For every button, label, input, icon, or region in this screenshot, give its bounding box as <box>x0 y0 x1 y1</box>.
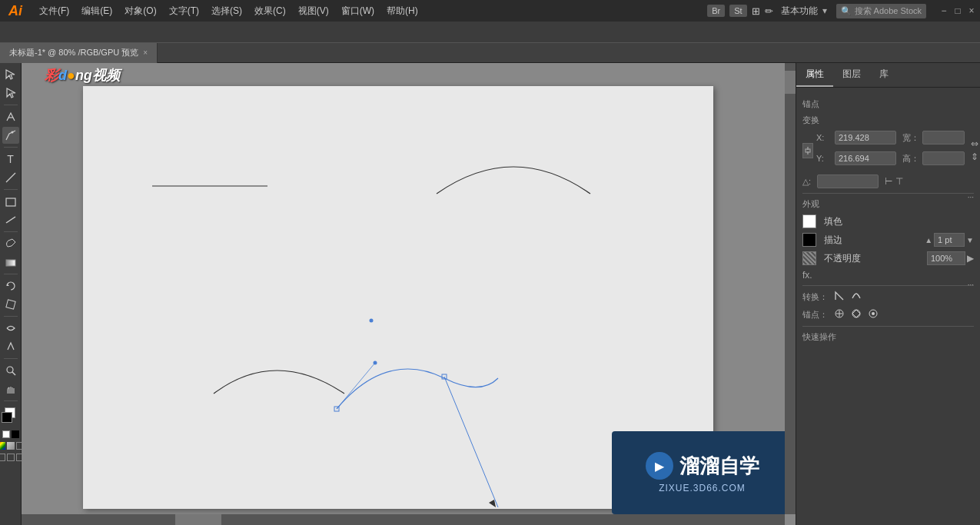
svg-marker-1 <box>7 88 15 98</box>
stroke-up-btn[interactable]: ▲ <box>925 236 932 244</box>
color-mode-btn[interactable] <box>0 442 5 450</box>
panel-tabs: 属性 图层 库 <box>796 63 980 88</box>
stroke-swatch[interactable] <box>2 412 12 423</box>
stroke-down-btn[interactable]: ▼ <box>966 236 974 244</box>
pen-tool[interactable] <box>2 108 19 125</box>
brand-text: 溜溜自学 <box>679 453 759 480</box>
menu-view[interactable]: 视图(V) <box>293 2 334 20</box>
remove-anchor-btn[interactable] <box>851 308 862 321</box>
paint-bucket-tool[interactable] <box>2 235 19 252</box>
mini-stroke[interactable] <box>12 430 19 438</box>
mini-fill[interactable] <box>2 430 10 438</box>
svg-line-23 <box>337 363 375 409</box>
color-swatches <box>2 407 20 426</box>
document-tab[interactable]: 未标题-1* @ 80% /RGB/GPU 预览 × <box>0 43 158 63</box>
svg-point-10 <box>7 367 13 373</box>
grid-icon: ⊞ <box>752 5 760 17</box>
pen-draw-tool[interactable] <box>2 127 19 144</box>
line-segment-tool[interactable] <box>2 211 19 228</box>
bridge-button[interactable]: Br <box>707 5 725 17</box>
menu-effect[interactable]: 效果(C) <box>249 2 291 20</box>
more-transform-btn[interactable]: ··· <box>968 193 974 201</box>
search-placeholder[interactable]: 搜索 Adobe Stock <box>855 5 922 17</box>
menu-file[interactable]: 文件(F) <box>34 2 75 20</box>
convert-corner-btn[interactable] <box>834 291 845 304</box>
menu-window[interactable]: 窗口(W) <box>336 2 380 20</box>
menu-select[interactable]: 选择(S) <box>206 2 247 20</box>
show-anchor-btn[interactable] <box>868 308 879 321</box>
warp-tool[interactable] <box>2 320 19 337</box>
stroke-weight-input[interactable] <box>934 233 965 247</box>
h-scrollbar-thumb[interactable] <box>175 514 221 525</box>
add-anchor-btn[interactable] <box>834 308 845 321</box>
opacity-label: 不透明度 <box>824 252 861 265</box>
tab-properties[interactable]: 属性 <box>796 63 833 87</box>
xy-row: X: 宽： Y: 高： ⇔ ⇕ <box>802 131 974 170</box>
puppet-warp-tool[interactable] <box>2 338 19 355</box>
svg-line-24 <box>444 377 498 507</box>
x-input[interactable] <box>835 131 896 145</box>
y-input[interactable] <box>835 151 896 165</box>
search-icon: 🔍 <box>841 6 852 16</box>
y-label: Y: <box>816 154 832 163</box>
restore-button[interactable]: □ <box>952 5 963 16</box>
stock-button[interactable]: St <box>729 5 746 17</box>
workspace-dropdown-icon[interactable]: ▾ <box>822 5 827 16</box>
flip-v-icon[interactable]: ⇕ <box>971 151 978 162</box>
stroke-color-swatch[interactable] <box>802 233 816 247</box>
draw-mode-1[interactable] <box>0 454 5 461</box>
left-toolbar: T <box>0 63 22 525</box>
quick-ops-title: 快速操作 <box>802 331 974 343</box>
reflect-y-icon[interactable]: ⊤ <box>895 176 903 187</box>
menu-object[interactable]: 对象(O) <box>119 2 161 20</box>
svg-marker-0 <box>6 70 15 79</box>
fx-label[interactable]: fx. <box>802 270 812 281</box>
horizontal-scrollbar[interactable] <box>22 514 785 525</box>
flip-h-icon[interactable]: ⇔ <box>971 138 978 149</box>
tab-library[interactable]: 库 <box>870 63 898 87</box>
gradient-btn[interactable] <box>7 442 15 450</box>
menu-bar-right: Br St ⊞ ✏ 基本功能 ▾ 🔍 搜索 Adobe Stock − □ × <box>707 4 977 18</box>
menu-edit[interactable]: 编辑(E) <box>76 2 118 20</box>
height-input[interactable] <box>922 151 965 165</box>
hand-tool[interactable] <box>2 380 19 397</box>
more-appearance-btn[interactable]: ··· <box>968 281 974 289</box>
opacity-input[interactable] <box>927 251 965 265</box>
menu-help[interactable]: 帮助(H) <box>381 2 424 20</box>
close-button[interactable]: × <box>966 5 977 16</box>
x-label: X: <box>816 133 832 142</box>
tab-layers[interactable]: 图层 <box>833 63 870 87</box>
select-tool[interactable] <box>2 66 19 83</box>
gradient-tool[interactable] <box>2 254 19 271</box>
zoom-tool[interactable] <box>2 362 19 379</box>
main-layout: T <box>0 63 980 525</box>
svg-line-4 <box>6 173 15 182</box>
width-input[interactable] <box>922 131 965 145</box>
transform-tool[interactable] <box>2 296 19 313</box>
tool-separator-5 <box>4 274 18 274</box>
angle-label: △: <box>802 177 811 187</box>
svg-point-34 <box>852 310 860 317</box>
url-text: ZIXUE.3D66.COM <box>659 483 746 493</box>
fill-color-swatch[interactable] <box>802 214 816 228</box>
tool-separator-4 <box>4 231 18 232</box>
angle-input[interactable] <box>817 174 879 188</box>
type-tool[interactable]: T <box>2 151 19 168</box>
line-tool[interactable] <box>2 169 19 186</box>
vertical-scrollbar[interactable] <box>785 63 796 514</box>
angle-row: △: ⊢ ⊤ <box>802 174 974 188</box>
rotate-tool[interactable] <box>2 277 19 294</box>
anchor-point-title: 锚点 <box>802 98 974 110</box>
draw-mode-2[interactable] <box>7 454 15 461</box>
menu-text[interactable]: 文字(T) <box>164 2 204 20</box>
right-panel: 属性 图层 库 锚点 变换 X: 宽： <box>796 63 980 525</box>
opacity-more-btn[interactable]: ▶ <box>967 253 974 264</box>
minimize-button[interactable]: − <box>938 5 949 16</box>
tab-close[interactable]: × <box>143 48 148 57</box>
rect-tool[interactable] <box>2 193 19 210</box>
direct-select-tool[interactable] <box>2 85 19 101</box>
convert-smooth-btn[interactable] <box>851 291 862 304</box>
reflect-x-icon[interactable]: ⊢ <box>885 176 892 187</box>
scrollbar-thumb[interactable] <box>785 71 796 94</box>
tab-bar: 未标题-1* @ 80% /RGB/GPU 预览 × <box>0 43 980 63</box>
